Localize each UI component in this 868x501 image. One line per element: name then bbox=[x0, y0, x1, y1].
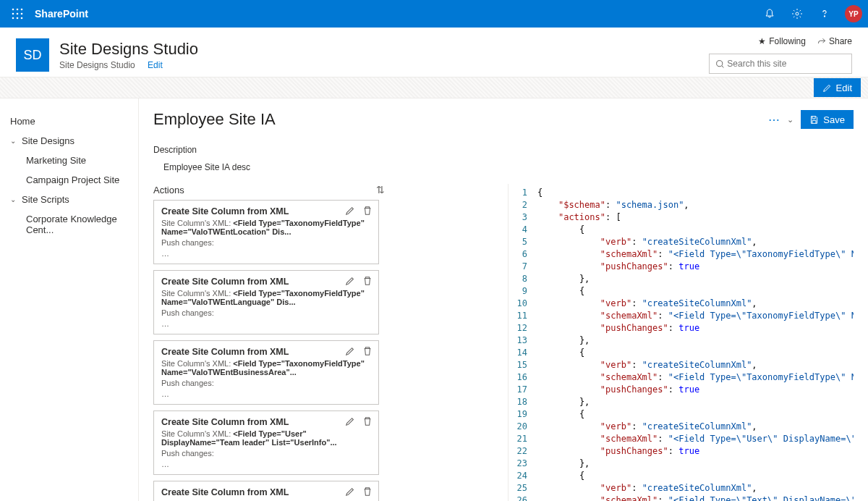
delete-action-icon[interactable] bbox=[362, 276, 373, 288]
code-content[interactable]: { "$schema": "schema.json", "actions": [… bbox=[533, 184, 854, 501]
nav-marketing-site[interactable]: Marketing Site bbox=[0, 151, 138, 170]
action-card-ellipsis: … bbox=[161, 460, 371, 468]
edit-action-icon[interactable] bbox=[345, 416, 355, 429]
chevron-down-icon: ⌄ bbox=[10, 137, 17, 145]
save-button[interactable]: Save bbox=[801, 110, 854, 129]
svg-point-2 bbox=[21, 9, 23, 11]
search-input[interactable] bbox=[709, 54, 852, 74]
edit-button-label: Edit bbox=[836, 83, 852, 93]
brand-label[interactable]: SharePoint bbox=[35, 8, 88, 20]
nav-corporate-knowledge[interactable]: Corporate Knowledge Cent... bbox=[0, 209, 138, 240]
svg-point-3 bbox=[12, 13, 14, 15]
page-title: Employee Site IA bbox=[153, 110, 276, 129]
nav-home[interactable]: Home bbox=[0, 111, 138, 131]
avatar[interactable]: YP bbox=[845, 5, 862, 22]
action-card-title: Create Site Column from XML bbox=[161, 417, 371, 427]
chevron-down-icon[interactable]: ⌄ bbox=[787, 115, 793, 125]
svg-point-9 bbox=[796, 12, 799, 15]
help-icon[interactable] bbox=[817, 7, 832, 21]
left-nav: Home ⌄Site Designs Marketing Site Campai… bbox=[0, 98, 139, 501]
line-gutter: 1234567891011121314151617181920212223242… bbox=[509, 184, 533, 501]
action-card-xml: Site Column's XML: <Field Type="Taxonomy… bbox=[161, 219, 371, 236]
delete-action-icon[interactable] bbox=[362, 487, 373, 499]
action-card[interactable]: Create Site Column from XMLSite Column's… bbox=[153, 481, 379, 501]
share-button[interactable]: Share bbox=[817, 36, 852, 46]
save-icon bbox=[809, 115, 819, 125]
edit-action-icon[interactable] bbox=[345, 206, 355, 218]
site-subtitle: Site Designs Studio Edit bbox=[59, 60, 198, 70]
edit-action-icon[interactable] bbox=[345, 276, 355, 288]
svg-point-10 bbox=[824, 16, 825, 17]
delete-action-icon[interactable] bbox=[362, 206, 373, 218]
nav-site-scripts[interactable]: ⌄Site Scripts bbox=[0, 190, 138, 209]
description-value: Employee Site IA desc bbox=[153, 162, 854, 172]
action-card-xml: Site Column's XML: <Field Type="Taxonomy… bbox=[161, 289, 371, 306]
site-title[interactable]: Site Designs Studio bbox=[59, 40, 198, 59]
action-card-push: Push changes: bbox=[161, 379, 371, 387]
site-logo[interactable]: SD bbox=[16, 38, 49, 72]
action-card-xml: Site Column's XML: <Field Type="Taxonomy… bbox=[161, 359, 371, 376]
nav-site-designs-label: Site Designs bbox=[22, 135, 75, 146]
delete-action-icon[interactable] bbox=[362, 346, 373, 358]
svg-point-1 bbox=[17, 9, 19, 11]
actions-list[interactable]: Create Site Column from XMLSite Column's… bbox=[153, 200, 385, 501]
share-icon bbox=[817, 37, 826, 46]
save-button-label: Save bbox=[823, 114, 845, 125]
action-card-push: Push changes: bbox=[161, 449, 371, 458]
app-launcher-icon[interactable] bbox=[6, 2, 29, 25]
action-card-title: Create Site Column from XML bbox=[161, 206, 371, 216]
nav-site-scripts-label: Site Scripts bbox=[22, 194, 69, 205]
action-card[interactable]: Create Site Column from XMLSite Column's… bbox=[153, 411, 379, 475]
site-header: SD Site Designs Studio Site Designs Stud… bbox=[0, 28, 868, 77]
action-card[interactable]: Create Site Column from XMLSite Column's… bbox=[153, 340, 379, 405]
following-label: Following bbox=[769, 36, 806, 46]
action-card[interactable]: Create Site Column from XMLSite Column's… bbox=[153, 200, 379, 264]
action-card[interactable]: Create Site Column from XMLSite Column's… bbox=[153, 270, 379, 334]
settings-icon[interactable] bbox=[790, 7, 804, 21]
action-card-title: Create Site Column from XML bbox=[161, 487, 371, 497]
pencil-icon bbox=[822, 83, 832, 93]
svg-point-0 bbox=[12, 9, 14, 11]
description-label: Description bbox=[153, 145, 854, 155]
search-icon bbox=[715, 59, 725, 69]
action-card-title: Create Site Column from XML bbox=[161, 347, 371, 357]
edit-button[interactable]: Edit bbox=[814, 78, 861, 97]
delete-action-icon[interactable] bbox=[362, 416, 373, 429]
global-header: SharePoint YP bbox=[0, 0, 868, 28]
action-card-ellipsis: … bbox=[161, 390, 371, 398]
svg-point-4 bbox=[17, 13, 19, 15]
nav-campaign-project-site[interactable]: Campaign Project Site bbox=[0, 170, 138, 190]
code-editor[interactable]: 1234567891011121314151617181920212223242… bbox=[508, 184, 854, 501]
star-icon: ★ bbox=[758, 36, 766, 46]
action-card-title: Create Site Column from XML bbox=[161, 277, 371, 287]
sort-icon[interactable]: ⇅ bbox=[376, 184, 385, 195]
svg-point-6 bbox=[12, 17, 14, 20]
svg-point-11 bbox=[717, 60, 723, 66]
svg-point-5 bbox=[21, 13, 23, 15]
search-field[interactable] bbox=[727, 59, 846, 69]
edit-action-icon[interactable] bbox=[345, 346, 355, 358]
following-button[interactable]: ★ Following bbox=[758, 36, 806, 46]
edit-action-icon[interactable] bbox=[345, 487, 355, 499]
site-subtitle-text: Site Designs Studio bbox=[59, 60, 135, 70]
action-card-xml: Site Column's XML: <Field Type="User" Di… bbox=[161, 429, 371, 447]
command-bar: Edit bbox=[0, 77, 868, 98]
notifications-icon[interactable] bbox=[762, 7, 777, 21]
svg-point-8 bbox=[21, 17, 23, 20]
more-actions-button[interactable]: ⋯ bbox=[768, 113, 780, 127]
actions-label: Actions bbox=[153, 185, 184, 195]
chevron-down-icon: ⌄ bbox=[10, 195, 17, 203]
share-label: Share bbox=[829, 36, 852, 46]
nav-site-designs[interactable]: ⌄Site Designs bbox=[0, 131, 138, 151]
svg-point-7 bbox=[17, 17, 19, 20]
action-card-ellipsis: … bbox=[161, 319, 371, 328]
resizer bbox=[385, 184, 508, 501]
edit-link[interactable]: Edit bbox=[148, 60, 163, 70]
action-card-ellipsis: … bbox=[161, 249, 371, 258]
action-card-push: Push changes: bbox=[161, 308, 371, 317]
action-card-push: Push changes: bbox=[161, 238, 371, 247]
